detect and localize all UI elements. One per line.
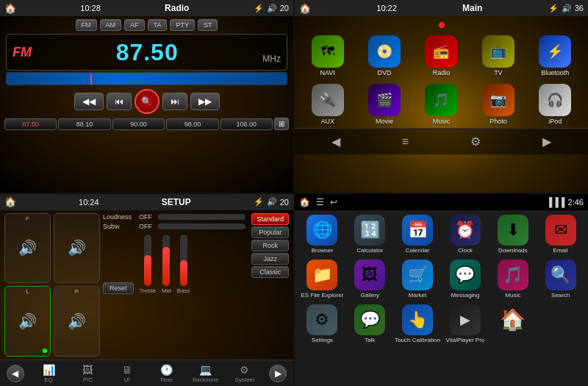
- talk-icon: 💬: [354, 304, 385, 335]
- android-home-icon[interactable]: 🏠: [299, 197, 310, 207]
- android-app-downloads[interactable]: ⬇ Downloads: [490, 215, 536, 254]
- treble-label: Treble: [140, 287, 156, 294]
- nav-settings-button[interactable]: ⚙: [463, 132, 488, 151]
- app-radio[interactable]: 📻 Radio: [415, 35, 468, 76]
- mode-st[interactable]: ST: [198, 19, 218, 31]
- calculator-label: Calculator: [356, 247, 383, 254]
- setup-content: F 🔊 🔊 L 🔊 R 🔊 Loudness OFF: [0, 210, 293, 360]
- eq-standard-button[interactable]: Standard: [251, 213, 289, 225]
- preset-4[interactable]: 98.00: [166, 118, 218, 130]
- treble-slider[interactable]: [144, 235, 151, 286]
- app-movie[interactable]: 🎬 Movie: [357, 84, 411, 125]
- tab-system[interactable]: ⚙ System: [230, 364, 259, 383]
- nav-next-button[interactable]: ▶: [535, 132, 559, 151]
- eq-jazz-button[interactable]: Jazz: [251, 253, 289, 265]
- nav-prev-button[interactable]: ◀: [324, 132, 348, 151]
- music-icon: 🎵: [425, 84, 457, 116]
- android-app-calculator[interactable]: 🔢 Calculator: [347, 215, 393, 254]
- next-button[interactable]: ▶▶: [190, 93, 220, 110]
- calendar-label: Calendar: [406, 247, 429, 254]
- mode-pty[interactable]: PTY: [170, 19, 195, 31]
- bass-label: Bass: [177, 287, 190, 294]
- mode-af[interactable]: AF: [124, 19, 145, 31]
- mid-label: Mid: [162, 287, 171, 294]
- volume-icon: 🔊: [267, 4, 277, 13]
- eq-subw-slider[interactable]: [158, 224, 245, 229]
- mid-slider[interactable]: [162, 235, 170, 286]
- android-app-browser[interactable]: 🌐 Browser: [299, 215, 345, 254]
- tab-backzone[interactable]: 💻 Backzone: [191, 364, 220, 383]
- preset-3[interactable]: 90.00: [112, 118, 165, 130]
- setup-prev-button[interactable]: ◀: [7, 365, 24, 382]
- freq-presets: 87.50 88.10 90.00 98.00 106.00 ⊞: [0, 116, 293, 132]
- android-app-settings[interactable]: ⚙ Settings: [299, 304, 345, 343]
- app-photo[interactable]: 📷 Photo: [471, 84, 525, 125]
- preset-2[interactable]: 88.10: [58, 118, 110, 130]
- eq-popular-button[interactable]: Popular: [251, 226, 289, 238]
- android-app-music[interactable]: 🎵 Music: [490, 260, 536, 299]
- bt-icon: ⚡: [539, 35, 571, 68]
- android-app-messaging[interactable]: 💬 Messaging: [442, 260, 488, 299]
- treble-slider-wrap: Treble: [140, 235, 156, 294]
- search-button[interactable]: 🔍: [135, 89, 159, 114]
- android-app-esfile[interactable]: 📁 ES File Explorer: [299, 260, 345, 299]
- main-apps-row2: 🔌 AUX 🎬 Movie 🎵 Music 📷 Photo 🎧 iPod: [295, 79, 588, 128]
- android-app-clock[interactable]: ⏰ Clock: [442, 215, 488, 254]
- eq-rock-button[interactable]: Rock: [251, 240, 289, 251]
- android-app-search[interactable]: 🔍 Search: [537, 260, 584, 299]
- android-music-icon: 🎵: [498, 260, 528, 290]
- tab-time[interactable]: 🕐 Time: [151, 364, 181, 383]
- app-dvd[interactable]: 📀 DVD: [357, 35, 411, 76]
- tab-ui[interactable]: 🖥 UI: [112, 364, 142, 383]
- preset-5[interactable]: 106.00: [220, 118, 273, 130]
- app-navi[interactable]: 🗺 NAVI: [301, 35, 354, 76]
- android-app-email[interactable]: ✉ Email: [537, 215, 584, 254]
- app-aux[interactable]: 🔌 AUX: [301, 84, 354, 125]
- android-app-vital[interactable]: ▶ VitalPlayer Pro: [442, 304, 488, 343]
- main-home-icon[interactable]: 🏠: [299, 3, 311, 14]
- downloads-label: Downloads: [498, 247, 528, 254]
- prev-track-button[interactable]: ⏮: [107, 93, 132, 110]
- app-music[interactable]: 🎵 Music: [415, 84, 468, 125]
- home-icon[interactable]: 🏠: [4, 3, 16, 14]
- setup-next-button[interactable]: ▶: [269, 365, 287, 382]
- setup-home-icon[interactable]: 🏠: [4, 196, 16, 207]
- android-app-touch-cal[interactable]: 👆 Touch Calibration: [395, 304, 441, 343]
- eq-style-buttons: Standard Popular Rock Jazz Classic: [251, 213, 289, 357]
- system-tab-icon: ⚙: [240, 364, 249, 376]
- eq-classic-button[interactable]: Classic: [251, 266, 289, 278]
- tab-eq[interactable]: 📊 EQ: [34, 364, 63, 383]
- app-bluetooth[interactable]: ⚡ Bluetooth: [528, 35, 582, 76]
- tab-pic[interactable]: 🖼 PIC: [73, 364, 102, 383]
- pic-tab-icon: 🖼: [82, 364, 93, 376]
- mode-am[interactable]: AM: [100, 19, 122, 31]
- android-app-talk[interactable]: 💬 Talk: [347, 304, 393, 343]
- android-app-home[interactable]: 🏠: [490, 304, 536, 343]
- main-topbar: 🏠 10:22 Main ⚡ 🔊 36: [295, 0, 588, 16]
- movie-label: Movie: [376, 118, 393, 125]
- mode-ta[interactable]: TA: [148, 19, 168, 31]
- bass-slider[interactable]: [180, 235, 187, 286]
- setup-status-icons: ⚡ 🔊 20: [254, 197, 289, 207]
- calendar-icon: 📅: [402, 215, 433, 246]
- android-app-calendar[interactable]: 📅 Calendar: [395, 215, 441, 254]
- next-track-button[interactable]: ⏭: [162, 93, 187, 110]
- prev-button[interactable]: ◀◀: [74, 93, 104, 110]
- vital-label: VitalPlayer Pro: [446, 337, 485, 343]
- app-tv[interactable]: 📺 TV: [471, 35, 525, 76]
- eq-reset-button[interactable]: Reset: [103, 282, 134, 294]
- preset-extra-button[interactable]: ⊞: [274, 118, 289, 130]
- preset-1[interactable]: 87.50: [4, 118, 57, 130]
- mid-slider-wrap: Mid: [162, 235, 171, 294]
- main-panel: 🏠 10:22 Main ⚡ 🔊 36 🗺 NAVI 📀 DVD 📻 Radio…: [295, 0, 588, 193]
- mode-fm[interactable]: FM: [76, 19, 97, 31]
- eq-loudness-slider[interactable]: [158, 214, 245, 220]
- android-list-icon[interactable]: ☰: [316, 197, 324, 207]
- android-app-market[interactable]: 🛒 Market: [395, 260, 441, 299]
- eq-tab-label: EQ: [44, 376, 53, 383]
- nav-menu-button[interactable]: ≡: [395, 132, 416, 151]
- android-apps-row3: ⚙ Settings 💬 Talk 👆 Touch Calibration ▶ …: [295, 300, 588, 345]
- android-back-icon[interactable]: ↩: [330, 197, 337, 207]
- app-ipod[interactable]: 🎧 iPod: [528, 84, 582, 125]
- android-app-gallery[interactable]: 🖼 Gallery: [347, 260, 393, 299]
